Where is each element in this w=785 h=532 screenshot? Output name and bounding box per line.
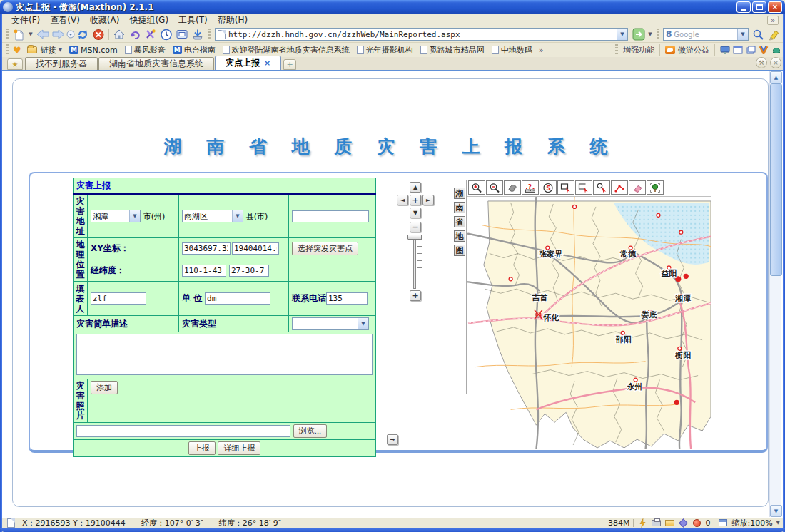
map-layer-strip-button[interactable]: 南 bbox=[454, 202, 465, 213]
map-pan-icon[interactable] bbox=[504, 180, 521, 195]
map-layer-strip-button[interactable]: 地 bbox=[454, 230, 465, 242]
window-mode-icon[interactable] bbox=[733, 46, 743, 54]
bookmark-item[interactable]: 暴风影音 bbox=[121, 44, 169, 56]
tab-settings-wrench-icon[interactable]: ⚒ bbox=[756, 57, 767, 68]
latitude-input[interactable] bbox=[229, 265, 269, 277]
map-zoom-select-icon[interactable] bbox=[593, 180, 610, 195]
map-clear-select-icon[interactable] bbox=[575, 180, 592, 195]
city-select[interactable]: 湘潭▼ bbox=[91, 210, 141, 222]
toolbar-grip[interactable] bbox=[6, 29, 9, 40]
zoom-dropdown-icon[interactable]: ▼ bbox=[776, 520, 780, 526]
sniffer-bug-icon[interactable] bbox=[771, 46, 781, 54]
hunan-map[interactable]: 张家界常德益阳湘潭吉首怀化娄底邵阳衡阳永州 bbox=[467, 197, 711, 449]
pan-right-button[interactable]: ► bbox=[422, 195, 434, 205]
search-box[interactable]: 8 Google ▼ bbox=[663, 28, 749, 41]
v-service-icon[interactable] bbox=[759, 46, 769, 54]
restore-button[interactable] bbox=[752, 1, 766, 13]
map-zoom-out-icon[interactable] bbox=[486, 180, 503, 195]
boost-lightning-icon[interactable] bbox=[637, 518, 647, 527]
toolbar-grip[interactable] bbox=[208, 29, 211, 40]
go-dropdown-icon[interactable]: ▼ bbox=[646, 27, 654, 41]
minimize-button[interactable] bbox=[736, 1, 751, 13]
pan-left-button[interactable]: ◄ bbox=[397, 195, 408, 205]
map-layer-strip-button[interactable]: 省 bbox=[454, 216, 465, 227]
close-tab-button[interactable]: × bbox=[770, 57, 781, 68]
address-dropdown-icon[interactable]: ▼ bbox=[617, 29, 627, 40]
undo-button[interactable] bbox=[127, 27, 143, 41]
menu-item[interactable]: 帮助(H) bbox=[213, 14, 253, 27]
map-measure-icon[interactable]: ? bbox=[522, 180, 539, 195]
folder-status-icon[interactable] bbox=[664, 518, 674, 527]
menu-item[interactable]: 收藏(A) bbox=[85, 14, 125, 27]
pan-down-button[interactable]: ▼ bbox=[410, 208, 421, 218]
plugins-button[interactable]: 增强功能 bbox=[623, 45, 654, 56]
download-icon[interactable] bbox=[190, 27, 206, 41]
menu-overflow-icon[interactable]: » bbox=[767, 16, 779, 25]
search-button[interactable] bbox=[750, 27, 766, 41]
history-dropdown-icon[interactable] bbox=[66, 27, 75, 41]
zoom-out-step-button[interactable]: − bbox=[410, 222, 421, 232]
panel-expand-arrow-button[interactable]: → bbox=[387, 434, 398, 445]
address-bar[interactable]: ▼ bbox=[215, 28, 628, 41]
submit-button[interactable]: 上报 bbox=[188, 441, 216, 455]
map-scale-icon[interactable]: S bbox=[540, 180, 557, 195]
scroll-up-icon[interactable]: ▲ bbox=[770, 71, 782, 83]
disaster-type-select[interactable]: ▼ bbox=[292, 317, 369, 330]
map-draw-line-icon[interactable] bbox=[611, 180, 628, 195]
go-button[interactable] bbox=[632, 28, 646, 41]
unit-input[interactable] bbox=[205, 292, 270, 305]
favorites-heart-icon[interactable]: ♥ bbox=[11, 45, 24, 56]
notes-icon[interactable] bbox=[746, 46, 756, 54]
pick-disaster-point-button[interactable]: 选择突发灾害点 bbox=[292, 242, 358, 255]
filler-name-input[interactable] bbox=[91, 292, 146, 305]
phone-input[interactable] bbox=[326, 292, 368, 305]
bookmark-item[interactable]: 欢迎登陆湖南省地质灾害信息系统 bbox=[219, 44, 353, 56]
highlight-pen-icon[interactable] bbox=[766, 27, 781, 41]
bookmark-item[interactable]: MMSN.com bbox=[66, 44, 121, 56]
home-button[interactable] bbox=[111, 27, 127, 41]
screen-capture-icon[interactable] bbox=[174, 27, 190, 41]
maxthon-charity-icon[interactable] bbox=[665, 46, 675, 54]
map-zoom-in-icon[interactable] bbox=[468, 180, 485, 195]
bookmark-folder[interactable]: 链接 ▼ bbox=[24, 44, 66, 56]
popup-blocker-icon[interactable] bbox=[692, 518, 702, 527]
charity-label[interactable]: 傲游公益 bbox=[678, 45, 709, 56]
menu-item[interactable]: 查看(V) bbox=[45, 14, 85, 27]
new-page-button[interactable] bbox=[11, 27, 26, 41]
bookmark-item[interactable]: 光年摄影机构 bbox=[353, 44, 417, 56]
toolbar-grip[interactable] bbox=[657, 29, 659, 40]
eraser-status-icon[interactable] bbox=[678, 518, 688, 527]
stop-button[interactable] bbox=[91, 27, 106, 41]
zoom-slider-thumb[interactable] bbox=[407, 235, 422, 240]
tab-湖南省地质灾害信息系统[interactable]: 湖南省地质灾害信息系统 bbox=[98, 57, 214, 70]
county-select[interactable]: 雨湖区▼ bbox=[182, 210, 243, 222]
new-tab-button[interactable]: + bbox=[283, 59, 296, 70]
menu-item[interactable]: 工具(T) bbox=[173, 14, 213, 27]
bookmark-item[interactable]: 中地数码 bbox=[488, 44, 536, 56]
detail-submit-button[interactable]: 详细上报 bbox=[218, 441, 260, 455]
map-full-extent-tree-icon[interactable] bbox=[647, 180, 664, 195]
search-dropdown-icon[interactable]: ▼ bbox=[737, 29, 748, 40]
map-layer-strip-button[interactable]: 图 bbox=[454, 245, 465, 256]
scrollbar-thumb[interactable] bbox=[770, 83, 782, 276]
pan-up-button[interactable]: ▲ bbox=[410, 182, 421, 193]
zoom-level[interactable]: 缩放:100% bbox=[731, 518, 772, 528]
new-page-dropdown-icon[interactable]: ▼ bbox=[26, 27, 35, 41]
browse-button[interactable]: 浏览... bbox=[293, 424, 327, 438]
menu-item[interactable]: 文件(F) bbox=[6, 14, 45, 27]
remote-control-icon[interactable] bbox=[720, 46, 730, 54]
window-resize-icon[interactable] bbox=[718, 518, 728, 527]
menu-item[interactable]: 快捷组(G) bbox=[124, 14, 173, 27]
scroll-down-icon[interactable]: ▼ bbox=[770, 505, 782, 517]
description-textarea[interactable] bbox=[76, 334, 373, 375]
back-button[interactable] bbox=[35, 27, 51, 41]
printer-icon[interactable] bbox=[651, 518, 661, 527]
bookmarks-overflow-icon[interactable]: » bbox=[536, 46, 547, 55]
address-detail-input[interactable] bbox=[292, 210, 369, 222]
map-layer-strip-button[interactable]: 湖 bbox=[454, 188, 465, 199]
add-photo-button[interactable]: 添加 bbox=[91, 381, 118, 394]
address-input[interactable] bbox=[228, 30, 617, 39]
bookmark-item[interactable]: 觅路城市精品网 bbox=[417, 44, 488, 56]
bookmarks-grip[interactable] bbox=[6, 44, 9, 56]
photo-path-input[interactable] bbox=[76, 425, 290, 437]
